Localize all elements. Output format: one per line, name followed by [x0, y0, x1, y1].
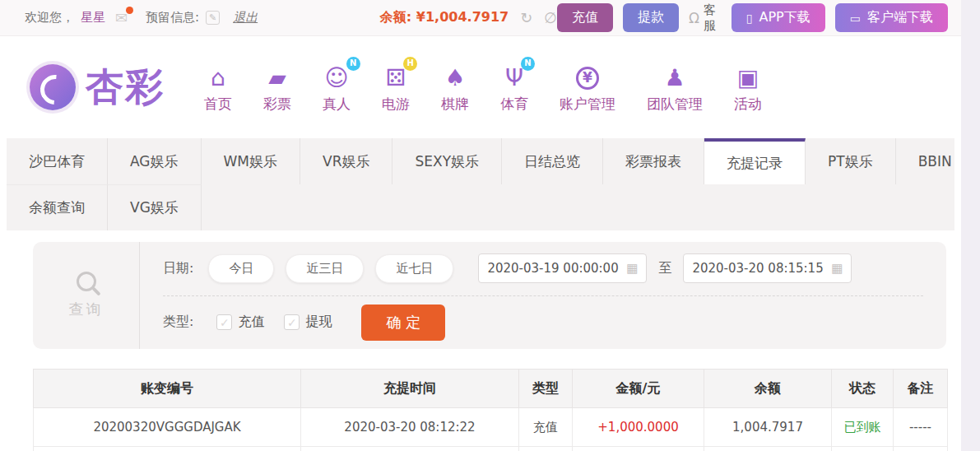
checkbox-icon [284, 314, 300, 330]
tab-vr[interactable]: VR娱乐 [300, 138, 392, 184]
brand-logo[interactable]: 杏彩 [30, 62, 165, 113]
tab-row-1: 沙巴体育 AG娱乐 WM娱乐 VR娱乐 SEXY娱乐 日结总览 彩票报表 充提记… [7, 138, 954, 184]
date-label: 日期: [163, 260, 193, 277]
mail-icon[interactable]: ✉ [115, 9, 128, 26]
checkbox-withdraw[interactable]: 提现 [284, 314, 332, 331]
col-type: 类型 [519, 370, 573, 408]
app-download-label: APP下载 [759, 9, 810, 26]
phone-icon: ▯ [746, 12, 753, 25]
nav-item-cards[interactable]: ♠ 棋牌 [441, 62, 469, 114]
cell-remark: ----- [894, 408, 948, 447]
balance-value: ¥1,004.7917 [416, 9, 509, 25]
client-download-button[interactable]: ▭ 客户端下载 [835, 3, 948, 32]
nav-item-sports[interactable]: ΨN 体育 [500, 62, 528, 114]
query-panel-label-block: 查询 [33, 242, 140, 349]
topbar-left: 欢迎您， 星星 ✉ 预留信息: ✎ 退出 [25, 9, 380, 26]
page: 欢迎您， 星星 ✉ 预留信息: ✎ 退出 余额: ¥1,004.7917 ↻ ∅… [0, 0, 961, 451]
brand-name: 杏彩 [86, 62, 165, 113]
query-form: 日期: 今日 近三日 近七日 2020-03-19 00:00:00 ▦ 至 2… [140, 242, 946, 349]
tab-lottery-report[interactable]: 彩票报表 [603, 138, 704, 184]
table-row-partial [34, 447, 948, 451]
username[interactable]: 星星 [81, 10, 105, 26]
welcome-text: 欢迎您， [25, 10, 74, 26]
col-balance: 余额 [704, 370, 832, 408]
table-header-row: 账变编号 充提时间 类型 金额/元 余额 状态 备注 [34, 370, 948, 408]
cards-icon: ♠ [444, 62, 465, 90]
client-download-label: 客户端下载 [867, 9, 933, 26]
monitor-icon: ▭ [850, 12, 861, 25]
logout-link[interactable]: 退出 [233, 10, 258, 26]
date-from-value: 2020-03-19 00:00:00 [487, 261, 618, 276]
headset-icon: Ω [689, 10, 699, 26]
home-icon: ⌂ [211, 62, 225, 90]
records-table: 账变编号 充提时间 类型 金额/元 余额 状态 备注 20200320VGGGD… [33, 369, 948, 451]
tab-shaba-sports[interactable]: 沙巴体育 [7, 138, 108, 184]
withdraw-button[interactable]: 提款 [623, 3, 679, 32]
col-change-no: 账变编号 [34, 370, 301, 408]
tab-sexy[interactable]: SEXY娱乐 [392, 138, 502, 184]
tab-wm[interactable]: WM娱乐 [202, 138, 300, 184]
tab-deposit-withdraw-records[interactable]: 充提记录 [704, 138, 806, 184]
query-panel: 查询 日期: 今日 近三日 近七日 2020-03-19 00:00:00 ▦ … [33, 242, 946, 349]
type-label: 类型: [163, 314, 193, 331]
date-filter-row: 日期: 今日 近三日 近七日 2020-03-19 00:00:00 ▦ 至 2… [163, 242, 923, 296]
date-from-input[interactable]: 2020-03-19 00:00:00 ▦ [478, 253, 647, 283]
calendar-icon: ▦ [626, 261, 638, 276]
live-person-icon: ☺N [324, 62, 348, 90]
calendar-icon: ▦ [831, 261, 843, 276]
tab-row-2: 余额查询 VG娱乐 [7, 184, 954, 230]
eye-off-icon[interactable]: ∅ [544, 9, 557, 26]
tab-pt[interactable]: PT娱乐 [806, 138, 896, 184]
edit-icon[interactable]: ✎ [206, 11, 220, 25]
table-row: 20200320VGGGDAJGAK 2020-03-20 08:12:22 充… [34, 408, 948, 447]
yen-circle-icon: ¥ [576, 62, 599, 90]
refresh-icon[interactable]: ↻ [520, 9, 532, 26]
gamepad-icon: ⚄H [386, 62, 406, 90]
col-amount: 金额/元 [573, 370, 704, 408]
app-download-button[interactable]: ▯ APP下载 [732, 3, 825, 32]
date-to-input[interactable]: 2020-03-20 08:15:15 ▦ [683, 253, 852, 283]
records-table-wrap: 账变编号 充提时间 类型 金额/元 余额 状态 备注 20200320VGGGD… [33, 369, 946, 451]
checkbox-recharge[interactable]: 充值 [216, 314, 264, 331]
range-3days-button[interactable]: 近三日 [286, 254, 364, 283]
cell-balance: 1,004.7917 [704, 408, 832, 447]
range-7days-button[interactable]: 近七日 [375, 254, 453, 283]
customer-service[interactable]: Ω 客服 [689, 2, 722, 34]
topbar-center: 余额: ¥1,004.7917 ↻ ∅ [380, 9, 557, 26]
tab-balance-query[interactable]: 余额查询 [7, 184, 108, 230]
submit-button[interactable]: 确 定 [361, 305, 445, 341]
range-join-label: 至 [658, 260, 671, 277]
balance-label: 余额: [380, 9, 411, 25]
topbar: 欢迎您， 星星 ✉ 预留信息: ✎ 退出 余额: ¥1,004.7917 ↻ ∅… [0, 0, 961, 36]
nav-item-egames[interactable]: ⚄H 电游 [382, 62, 410, 114]
recharge-button[interactable]: 充值 [557, 3, 613, 32]
tab-daily-summary[interactable]: 日结总览 [502, 138, 603, 184]
cell-time: 2020-03-20 08:12:22 [301, 408, 519, 447]
new-badge: N [346, 57, 360, 71]
col-status: 状态 [832, 370, 894, 408]
nav-item-promo[interactable]: ▣ 活动 [734, 62, 762, 114]
cell-type: 充值 [519, 408, 573, 447]
tab-ag[interactable]: AG娱乐 [108, 138, 202, 184]
query-label: 查询 [69, 300, 104, 319]
nav-item-home[interactable]: ⌂ 首页 [204, 62, 232, 114]
nav-item-team[interactable]: ♟ 团队管理 [647, 62, 703, 114]
balance: 余额: ¥1,004.7917 [380, 9, 509, 26]
checkbox-icon [216, 314, 232, 330]
nav-item-account[interactable]: ¥ 账户管理 [560, 62, 615, 114]
hot-badge: H [403, 57, 417, 71]
col-remark: 备注 [894, 370, 948, 408]
team-icon: ♟ [664, 62, 685, 90]
report-tabs: 沙巴体育 AG娱乐 WM娱乐 VR娱乐 SEXY娱乐 日结总览 彩票报表 充提记… [7, 138, 954, 230]
nav-item-live[interactable]: ☺N 真人 [323, 62, 351, 114]
range-today-button[interactable]: 今日 [208, 254, 274, 283]
header: 杏彩 ⌂ 首页 ▰ 彩票 ☺N 真人 ⚄H 电游 ♠ 棋牌 [0, 36, 961, 138]
gift-icon: ▣ [737, 62, 759, 90]
trophy-icon: ΨN [505, 62, 523, 90]
tab-vg[interactable]: VG娱乐 [108, 184, 202, 230]
nav-item-lottery[interactable]: ▰ 彩票 [263, 62, 291, 114]
main-nav: ⌂ 首页 ▰ 彩票 ☺N 真人 ⚄H 电游 ♠ 棋牌 ΨN 体育 [204, 62, 762, 114]
col-time: 充提时间 [301, 370, 519, 408]
tab-bbin[interactable]: BBIN [896, 138, 961, 184]
type-filter-row: 类型: 充值 提现 确 定 [163, 296, 923, 350]
